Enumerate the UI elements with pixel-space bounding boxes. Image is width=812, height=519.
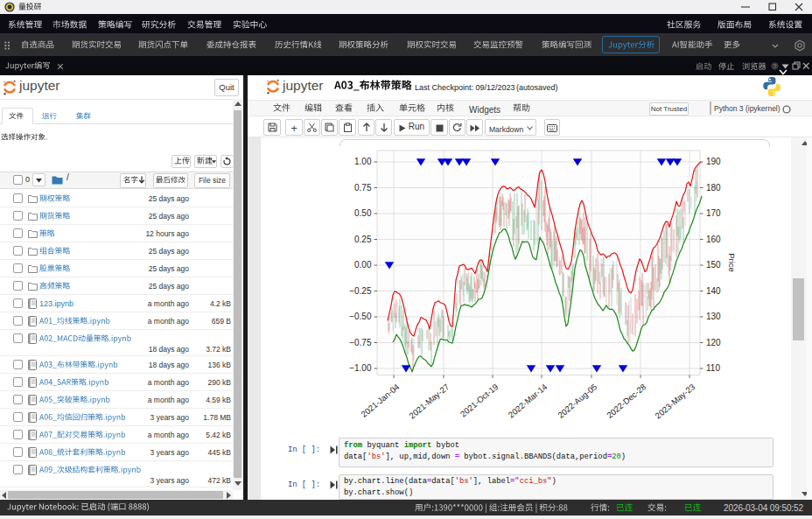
svg-text:170: 170 [706, 208, 721, 218]
svg-text:0.75: 0.75 [354, 183, 372, 193]
svg-text:Price: Price [727, 253, 737, 272]
svg-text:110: 110 [706, 363, 720, 373]
svg-text:160: 160 [706, 235, 721, 244]
svg-text:0.50: 0.50 [354, 208, 372, 218]
svg-text:150: 150 [706, 260, 721, 270]
svg-text:1.00: 1.00 [354, 157, 372, 166]
svg-text:−0.50: −0.50 [349, 312, 372, 321]
svg-text:180: 180 [706, 183, 721, 193]
svg-text:−1.00: −1.00 [349, 363, 372, 373]
svg-text:?: ? [774, 63, 777, 69]
svg-text:120: 120 [706, 338, 721, 347]
svg-text:190: 190 [706, 157, 721, 166]
svg-text:0.00: 0.00 [354, 260, 372, 270]
svg-text:−0.75: −0.75 [349, 338, 372, 347]
svg-text:140: 140 [706, 286, 721, 296]
svg-text:130: 130 [706, 312, 721, 321]
svg-text:0.25: 0.25 [354, 235, 372, 244]
svg-text:−0.25: −0.25 [349, 286, 372, 296]
